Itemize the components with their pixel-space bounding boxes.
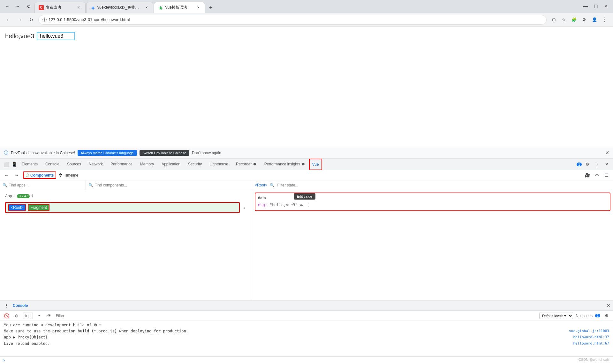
devtools-tab-vue[interactable]: Vue [309,159,322,170]
notif-dont-show-btn[interactable]: Don't show again [192,151,221,155]
devtools-tab-lighthouse[interactable]: Lighthouse [206,159,232,170]
more-icon[interactable]: ⋮ [600,15,609,24]
reload-button[interactable]: ↻ [24,2,33,11]
vue-code-icon[interactable]: <> [593,171,601,179]
find-components-bar: 🔍 [86,180,252,190]
find-components-input[interactable] [95,183,249,187]
devtools-tab-elements[interactable]: Elements [18,159,42,170]
console-eye-icon[interactable]: 👁 [46,312,53,320]
vue-timeline-icon: ⏱ [59,173,63,178]
root-fragment-row[interactable]: <Root> Fragment ‹ [3,200,249,216]
new-tab-button[interactable]: + [206,3,216,13]
address-secure-icon: ⓘ [42,17,47,23]
address-bar[interactable]: ⓘ 127.0.0.1:5500/vue3-01-core/helloword.… [38,15,547,25]
notif-info-icon: ⓘ [4,150,8,156]
bookmark-icon[interactable]: ☆ [559,15,568,24]
console-caret: > [3,358,5,363]
addr-back[interactable]: ← [4,15,13,24]
console-close-btn[interactable]: ✕ [607,303,610,308]
page-content: hello,vue3 [0,27,613,147]
console-top-dropdown[interactable]: ▾ [35,312,43,320]
nav-icons: ← → ↻ [3,2,33,11]
tab-close-1[interactable]: ✕ [76,5,81,10]
console-link-3[interactable]: helloword.html:67 [573,341,609,347]
devtools-device-icon[interactable]: 📱 [10,161,18,168]
addr-forward[interactable]: → [15,15,24,24]
console-line-3-text: app ▶ Proxy(Object) [4,334,48,340]
window-maximize[interactable]: ☐ [591,2,600,11]
state-more-icon[interactable]: ⋮ [306,202,310,208]
app-info-icon: ℹ [32,194,33,198]
console-top-label[interactable]: top [23,313,33,319]
devtools-tab-performance[interactable]: Performance [107,159,136,170]
cast-icon[interactable]: ⬡ [549,15,558,24]
devtools-icon[interactable]: ⚙ [580,15,589,24]
tab-close-2[interactable]: ✕ [144,5,149,10]
app-item[interactable]: App 1 3.2.47 ℹ [3,193,249,200]
vue-forward-btn[interactable]: → [13,171,20,179]
devtools-tab-application[interactable]: Application [158,159,184,170]
devtools-settings-icon[interactable]: ⚙ [584,161,591,168]
devtools-tab-network[interactable]: Network [85,159,107,170]
tab-fabuchengong[interactable]: C 发布成功 ✕ [34,2,86,13]
vue-back-btn[interactable]: ← [3,171,10,179]
notif-close-btn[interactable]: ✕ [605,150,609,156]
find-apps-input[interactable] [9,183,83,187]
profile-icon[interactable]: 👤 [590,15,599,24]
browser-frame: ← → ↻ C 发布成功 ✕ ◈ vue-devtools.crx_免费高速下载… [0,0,613,364]
console-filter-input[interactable] [56,312,537,319]
tab-devtools[interactable]: ◈ vue-devtools.crx_免费高速下载 ✕ [86,2,153,13]
console-input-row: > [0,356,613,364]
devtools-tab-recorder[interactable]: Recorder ⏺ [232,159,261,170]
console-link-2[interactable]: helloword.html:37 [573,334,609,340]
collapse-arrow[interactable]: ‹ [242,205,247,210]
devtools-tab-perf-insights[interactable]: Performance insights ⏺ [261,159,309,170]
search-icon-components: 🔍 [88,183,93,187]
forward-button[interactable]: → [13,2,22,11]
vue-subtab-components[interactable]: ⬡ Components [23,171,56,179]
edit-pencil-icon[interactable]: ✏ [300,203,303,208]
devtools-panel: ⓘ DevTools is now available in Chinese! … [0,147,613,300]
tab-vue-syntax[interactable]: ◉ Vue模板语法 ✕ [154,2,205,13]
vue-menu-icon[interactable]: ☰ [603,171,610,179]
devtools-tabs: ⬜ 📱 Elements Console Sources Network Per… [0,159,613,170]
tab-favicon-1: C [39,5,44,10]
back-button[interactable]: ← [3,2,11,11]
console-clear-icon[interactable]: 🚫 [3,312,10,320]
console-menu-icon[interactable]: ⋮ [3,302,10,309]
devtools-close-icon[interactable]: ✕ [603,161,610,168]
console-input[interactable] [6,358,610,363]
msg-row: msg: "hello,vue3" ✏ Edit value ⋮ [258,202,607,208]
devtools-tab-console[interactable]: Console [42,159,63,170]
tab-close-3[interactable]: ✕ [196,5,201,10]
console-stop-icon[interactable]: ⊘ [13,312,20,320]
console-issues-label: No issues [576,314,593,318]
addr-reload[interactable]: ↻ [27,15,36,24]
notif-match-language-btn[interactable]: Always match Chrome's language [78,150,137,156]
console-tab-label[interactable]: Console [13,303,28,308]
vue-screenshot-icon[interactable]: 🎥 [584,171,591,179]
devtools-tab-security[interactable]: Security [184,159,206,170]
console-settings-icon[interactable]: ⚙ [603,312,610,320]
devtools-inspector-icon[interactable]: ⬜ [3,161,10,168]
extension-icon[interactable]: 🧩 [570,15,579,24]
tab-favicon-3: ◉ [158,5,163,10]
tab-label-1: 发布成功 [46,5,61,10]
devtools-tab-memory[interactable]: Memory [136,159,158,170]
window-minimize[interactable]: ― [581,2,590,11]
devtools-tab-sources[interactable]: Sources [63,159,85,170]
console-link-1[interactable]: vue.global.js:11083 [569,328,609,334]
hello-input[interactable] [37,32,75,40]
state-content-box: data msg: "hello,vue3" ✏ Edit value ⋮ [255,193,610,211]
window-close[interactable]: ✕ [602,2,610,11]
console-line-3: app ▶ Proxy(Object) helloword.html:37 [4,334,609,340]
devtools-more-icon[interactable]: ⋮ [593,161,601,168]
console-header: ⋮ Console ✕ [0,300,613,311]
console-level-select[interactable]: Default levels ▾ [539,313,573,319]
tree-area: App 1 3.2.47 ℹ <Root> Fragment ‹ [0,190,252,300]
console-line-2-text: Make sure to use the production build (*… [4,328,188,334]
state-filter-input[interactable] [277,183,610,187]
notif-switch-chinese-btn[interactable]: Switch DevTools to Chinese [140,150,189,156]
component-row[interactable]: <Root> Fragment [5,202,240,213]
vue-subtab-timeline[interactable]: ⏱ Timeline [59,173,78,178]
